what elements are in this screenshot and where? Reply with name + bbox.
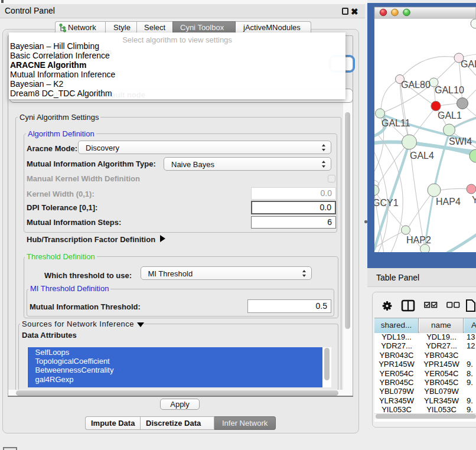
svg-text:SWI4: SWI4 bbox=[449, 136, 472, 146]
svg-text:GAL: GAL bbox=[461, 59, 476, 69]
svg-text:GAL80: GAL80 bbox=[401, 80, 431, 90]
svg-text:Y: Y bbox=[472, 195, 476, 205]
svg-text:GAL10: GAL10 bbox=[435, 85, 464, 95]
svg-text:HAP4: HAP4 bbox=[436, 197, 461, 207]
svg-text:GAL1: GAL1 bbox=[438, 110, 462, 120]
svg-text:HAP2: HAP2 bbox=[406, 235, 431, 245]
svg-text:GCY1: GCY1 bbox=[373, 198, 399, 208]
svg-text:GAL4: GAL4 bbox=[410, 151, 434, 161]
svg-text:GAL11: GAL11 bbox=[382, 118, 410, 128]
